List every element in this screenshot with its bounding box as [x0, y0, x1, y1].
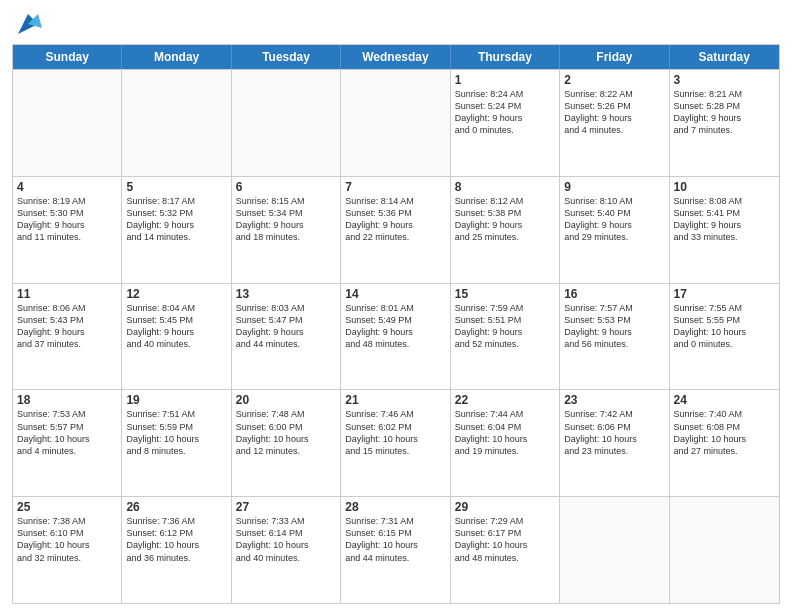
day-info: Sunrise: 7:48 AM Sunset: 6:00 PM Dayligh… [236, 408, 336, 457]
day-cell-15: 15Sunrise: 7:59 AM Sunset: 5:51 PM Dayli… [451, 284, 560, 390]
day-number: 28 [345, 500, 445, 514]
day-cell-13: 13Sunrise: 8:03 AM Sunset: 5:47 PM Dayli… [232, 284, 341, 390]
day-number: 7 [345, 180, 445, 194]
day-cell-20: 20Sunrise: 7:48 AM Sunset: 6:00 PM Dayli… [232, 390, 341, 496]
day-number: 10 [674, 180, 775, 194]
day-cell-23: 23Sunrise: 7:42 AM Sunset: 6:06 PM Dayli… [560, 390, 669, 496]
header-day-friday: Friday [560, 45, 669, 69]
logo [12, 10, 42, 38]
calendar-body: 1Sunrise: 8:24 AM Sunset: 5:24 PM Daylig… [13, 69, 779, 603]
day-number: 18 [17, 393, 117, 407]
day-cell-2: 2Sunrise: 8:22 AM Sunset: 5:26 PM Daylig… [560, 70, 669, 176]
day-info: Sunrise: 7:55 AM Sunset: 5:55 PM Dayligh… [674, 302, 775, 351]
day-info: Sunrise: 7:53 AM Sunset: 5:57 PM Dayligh… [17, 408, 117, 457]
empty-cell-0-0 [13, 70, 122, 176]
day-number: 6 [236, 180, 336, 194]
day-info: Sunrise: 8:03 AM Sunset: 5:47 PM Dayligh… [236, 302, 336, 351]
day-info: Sunrise: 8:22 AM Sunset: 5:26 PM Dayligh… [564, 88, 664, 137]
day-cell-24: 24Sunrise: 7:40 AM Sunset: 6:08 PM Dayli… [670, 390, 779, 496]
day-info: Sunrise: 8:14 AM Sunset: 5:36 PM Dayligh… [345, 195, 445, 244]
day-cell-19: 19Sunrise: 7:51 AM Sunset: 5:59 PM Dayli… [122, 390, 231, 496]
calendar-row-3: 18Sunrise: 7:53 AM Sunset: 5:57 PM Dayli… [13, 389, 779, 496]
header-day-sunday: Sunday [13, 45, 122, 69]
day-info: Sunrise: 7:44 AM Sunset: 6:04 PM Dayligh… [455, 408, 555, 457]
calendar-row-2: 11Sunrise: 8:06 AM Sunset: 5:43 PM Dayli… [13, 283, 779, 390]
day-number: 20 [236, 393, 336, 407]
empty-cell-4-5 [560, 497, 669, 603]
day-info: Sunrise: 7:46 AM Sunset: 6:02 PM Dayligh… [345, 408, 445, 457]
page: SundayMondayTuesdayWednesdayThursdayFrid… [0, 0, 792, 612]
day-cell-12: 12Sunrise: 8:04 AM Sunset: 5:45 PM Dayli… [122, 284, 231, 390]
day-cell-8: 8Sunrise: 8:12 AM Sunset: 5:38 PM Daylig… [451, 177, 560, 283]
day-info: Sunrise: 8:24 AM Sunset: 5:24 PM Dayligh… [455, 88, 555, 137]
day-cell-25: 25Sunrise: 7:38 AM Sunset: 6:10 PM Dayli… [13, 497, 122, 603]
day-info: Sunrise: 7:42 AM Sunset: 6:06 PM Dayligh… [564, 408, 664, 457]
day-cell-18: 18Sunrise: 7:53 AM Sunset: 5:57 PM Dayli… [13, 390, 122, 496]
day-info: Sunrise: 7:57 AM Sunset: 5:53 PM Dayligh… [564, 302, 664, 351]
day-number: 16 [564, 287, 664, 301]
day-cell-28: 28Sunrise: 7:31 AM Sunset: 6:15 PM Dayli… [341, 497, 450, 603]
day-cell-4: 4Sunrise: 8:19 AM Sunset: 5:30 PM Daylig… [13, 177, 122, 283]
day-number: 15 [455, 287, 555, 301]
day-number: 11 [17, 287, 117, 301]
day-cell-22: 22Sunrise: 7:44 AM Sunset: 6:04 PM Dayli… [451, 390, 560, 496]
header-day-thursday: Thursday [451, 45, 560, 69]
day-cell-9: 9Sunrise: 8:10 AM Sunset: 5:40 PM Daylig… [560, 177, 669, 283]
calendar-row-1: 4Sunrise: 8:19 AM Sunset: 5:30 PM Daylig… [13, 176, 779, 283]
day-info: Sunrise: 7:33 AM Sunset: 6:14 PM Dayligh… [236, 515, 336, 564]
day-info: Sunrise: 8:08 AM Sunset: 5:41 PM Dayligh… [674, 195, 775, 244]
day-number: 2 [564, 73, 664, 87]
day-cell-21: 21Sunrise: 7:46 AM Sunset: 6:02 PM Dayli… [341, 390, 450, 496]
logo-icon [14, 10, 42, 38]
header [12, 10, 780, 38]
day-info: Sunrise: 7:59 AM Sunset: 5:51 PM Dayligh… [455, 302, 555, 351]
day-info: Sunrise: 7:36 AM Sunset: 6:12 PM Dayligh… [126, 515, 226, 564]
day-number: 27 [236, 500, 336, 514]
day-info: Sunrise: 8:06 AM Sunset: 5:43 PM Dayligh… [17, 302, 117, 351]
day-number: 13 [236, 287, 336, 301]
day-info: Sunrise: 7:29 AM Sunset: 6:17 PM Dayligh… [455, 515, 555, 564]
day-number: 5 [126, 180, 226, 194]
day-cell-29: 29Sunrise: 7:29 AM Sunset: 6:17 PM Dayli… [451, 497, 560, 603]
day-cell-26: 26Sunrise: 7:36 AM Sunset: 6:12 PM Dayli… [122, 497, 231, 603]
day-info: Sunrise: 8:10 AM Sunset: 5:40 PM Dayligh… [564, 195, 664, 244]
day-cell-7: 7Sunrise: 8:14 AM Sunset: 5:36 PM Daylig… [341, 177, 450, 283]
day-cell-5: 5Sunrise: 8:17 AM Sunset: 5:32 PM Daylig… [122, 177, 231, 283]
day-info: Sunrise: 7:40 AM Sunset: 6:08 PM Dayligh… [674, 408, 775, 457]
header-day-wednesday: Wednesday [341, 45, 450, 69]
calendar: SundayMondayTuesdayWednesdayThursdayFrid… [12, 44, 780, 604]
header-day-tuesday: Tuesday [232, 45, 341, 69]
day-cell-14: 14Sunrise: 8:01 AM Sunset: 5:49 PM Dayli… [341, 284, 450, 390]
day-number: 1 [455, 73, 555, 87]
day-number: 14 [345, 287, 445, 301]
day-number: 12 [126, 287, 226, 301]
day-number: 25 [17, 500, 117, 514]
day-number: 26 [126, 500, 226, 514]
day-cell-27: 27Sunrise: 7:33 AM Sunset: 6:14 PM Dayli… [232, 497, 341, 603]
day-number: 23 [564, 393, 664, 407]
header-day-monday: Monday [122, 45, 231, 69]
day-number: 3 [674, 73, 775, 87]
day-number: 21 [345, 393, 445, 407]
calendar-header: SundayMondayTuesdayWednesdayThursdayFrid… [13, 45, 779, 69]
calendar-row-4: 25Sunrise: 7:38 AM Sunset: 6:10 PM Dayli… [13, 496, 779, 603]
day-number: 19 [126, 393, 226, 407]
day-number: 9 [564, 180, 664, 194]
day-number: 29 [455, 500, 555, 514]
day-cell-6: 6Sunrise: 8:15 AM Sunset: 5:34 PM Daylig… [232, 177, 341, 283]
day-cell-17: 17Sunrise: 7:55 AM Sunset: 5:55 PM Dayli… [670, 284, 779, 390]
day-info: Sunrise: 8:19 AM Sunset: 5:30 PM Dayligh… [17, 195, 117, 244]
day-number: 4 [17, 180, 117, 194]
day-number: 24 [674, 393, 775, 407]
empty-cell-0-1 [122, 70, 231, 176]
day-cell-3: 3Sunrise: 8:21 AM Sunset: 5:28 PM Daylig… [670, 70, 779, 176]
empty-cell-4-6 [670, 497, 779, 603]
day-cell-10: 10Sunrise: 8:08 AM Sunset: 5:41 PM Dayli… [670, 177, 779, 283]
day-info: Sunrise: 7:38 AM Sunset: 6:10 PM Dayligh… [17, 515, 117, 564]
day-info: Sunrise: 8:15 AM Sunset: 5:34 PM Dayligh… [236, 195, 336, 244]
day-info: Sunrise: 8:12 AM Sunset: 5:38 PM Dayligh… [455, 195, 555, 244]
day-info: Sunrise: 8:04 AM Sunset: 5:45 PM Dayligh… [126, 302, 226, 351]
day-cell-16: 16Sunrise: 7:57 AM Sunset: 5:53 PM Dayli… [560, 284, 669, 390]
day-info: Sunrise: 8:21 AM Sunset: 5:28 PM Dayligh… [674, 88, 775, 137]
calendar-row-0: 1Sunrise: 8:24 AM Sunset: 5:24 PM Daylig… [13, 69, 779, 176]
